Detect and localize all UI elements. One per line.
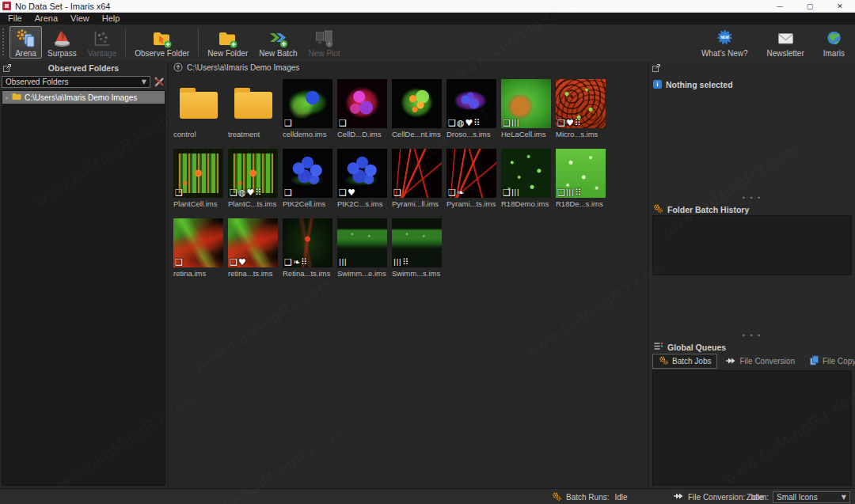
folder-tree: ▸C:\Users\a\Imaris Demo Images [2, 90, 165, 486]
badge-row: ❑◍♥⠿ [448, 119, 480, 127]
queue-list[interactable] [652, 370, 852, 486]
popout-icon[interactable] [2, 63, 12, 73]
file-tile[interactable]: ❑|||R18Demo.ims [501, 149, 551, 208]
file-tile[interactable]: |||⠿Swimm...s.ims [392, 218, 442, 278]
frames-badge-icon: ||| [566, 188, 574, 197]
file-name: retina.ims [173, 269, 223, 278]
menu-view[interactable]: View [64, 13, 96, 25]
whats-new-button[interactable]: NEWWhat's New? [696, 26, 754, 59]
file-tile[interactable]: ❑❧Pyrami...ts.ims [446, 149, 496, 208]
badge-row: ❑ [339, 119, 347, 127]
folder-icon [12, 93, 21, 102]
splitter-handle[interactable]: • • • [649, 334, 855, 339]
current-path: C:\Users\a\Imaris Demo Images [187, 63, 299, 72]
file-copy-icon [809, 355, 819, 367]
folder-tile[interactable]: treatment [228, 79, 278, 138]
newsletter-button[interactable]: Newsletter [762, 26, 810, 59]
volume-badge-icon: ❑ [339, 188, 347, 197]
grid-row: ❑PlantCell.ims❑◍♥⠿PlantC...ts.ims❑PtK2Ce… [173, 149, 648, 208]
new-plot-icon [314, 28, 335, 49]
svg-text:NEW: NEW [720, 36, 729, 40]
new-plot-button: New Plot [303, 26, 346, 59]
file-tile[interactable]: ❑Pyrami...ll.ims [392, 149, 442, 208]
file-name: HeLaCell.ims [501, 130, 551, 138]
double-arrow-icon [725, 357, 736, 366]
close-button[interactable]: ✕ [825, 0, 855, 13]
tab-batch-jobs[interactable]: Batch Jobs [652, 354, 717, 369]
queues-list-icon [653, 340, 663, 354]
new-folder-icon [217, 28, 238, 49]
volume-badge-icon: ❑ [339, 119, 347, 127]
volume-badge-icon: ❑ [557, 188, 565, 197]
splitter-handle[interactable]: • • • [649, 196, 855, 201]
file-tile[interactable]: ❑|||⠿R18De...s.ims [556, 149, 606, 208]
file-tile[interactable]: ❑|||HeLaCell.ims [501, 79, 551, 138]
observe-folder-icon [151, 28, 173, 49]
arena-button[interactable]: Arena [10, 26, 42, 59]
global-queues-header: Global Queues [653, 340, 726, 354]
folder-tile[interactable]: control [173, 79, 223, 138]
minimize-button[interactable]: — [765, 0, 795, 13]
surpass-button[interactable]: Surpass [42, 26, 82, 59]
new-batch-label: New Batch [259, 49, 297, 58]
tab-file-copy[interactable]: File Copy / [803, 354, 855, 369]
whats-new-label: What's New? [701, 49, 748, 58]
file-tile[interactable]: ❑♥PtK2C...s.ims [337, 149, 387, 208]
queue-tabs: Batch JobsFile ConversionFile Copy /◂▸ [652, 354, 853, 369]
observed-folders-dropdown[interactable]: Observed Folders ▼ [2, 76, 150, 88]
window-controls: —▢✕ [765, 0, 855, 13]
toolbar-grip[interactable] [2, 28, 7, 55]
volume-badge-icon: ❑ [230, 188, 238, 197]
volume-badge-icon: ❑ [448, 119, 456, 127]
cells-badge-icon: ◍ [457, 119, 465, 127]
popout-icon[interactable] [652, 63, 661, 73]
file-tile[interactable]: ❑celldemo.ims [283, 79, 332, 138]
maximize-button[interactable]: ▢ [795, 0, 825, 13]
file-tile[interactable]: ❑♥⠿Micro...s.ims [556, 79, 606, 138]
folder-batch-history-list[interactable] [652, 215, 852, 275]
file-name: treatment [228, 130, 278, 138]
selection-info: Nothing selected [653, 78, 733, 92]
file-tile[interactable]: ❑◍♥⠿PlantC...ts.ims [228, 149, 278, 208]
image-thumbnail: ❑◍♥⠿ [446, 79, 496, 128]
main-toolbar: ArenaSurpassVantageObserve FolderNew Fol… [0, 25, 855, 62]
volume-badge-icon: ❑ [284, 258, 292, 267]
menu-help[interactable]: Help [96, 13, 127, 25]
tab-label: File Conversion [739, 357, 794, 366]
tab-file-conversion[interactable]: File Conversion [719, 354, 800, 369]
file-tile[interactable]: ❑PtK2Cell.ims [283, 149, 332, 208]
zoom-dropdown[interactable]: Small Icons ▼ [773, 491, 850, 503]
folder-tools-button[interactable] [153, 76, 165, 88]
file-tile[interactable]: ❑❧⠿Retina...ts.ims [283, 218, 332, 278]
up-folder-icon[interactable] [173, 61, 183, 75]
file-tile[interactable]: ❑PlantCell.ims [173, 149, 223, 208]
file-name: Pyrami...ll.ims [392, 199, 442, 208]
file-name: retina...ts.ims [228, 269, 278, 278]
grid-row: ❑retina.ims❑♥retina...ts.ims❑❧⠿Retina...… [173, 218, 648, 278]
menu-file[interactable]: File [2, 13, 28, 25]
new-folder-button[interactable]: New Folder [202, 26, 253, 59]
surfaces-badge-icon: ♥ [566, 119, 574, 127]
image-thumbnail: ❑◍♥⠿ [228, 149, 278, 198]
content-panel: C:\Users\a\Imaris Demo Images controltre… [169, 62, 648, 488]
file-tile[interactable]: CellDe...nt.ims [392, 79, 442, 138]
toolbar-separator [125, 28, 126, 56]
observe-folder-button[interactable]: Observe Folder [129, 26, 195, 59]
tab-label: Batch Jobs [672, 357, 711, 366]
menu-arena[interactable]: Arena [28, 13, 64, 25]
imaris-app-icon [2, 2, 11, 10]
tree-item-folder[interactable]: ▸C:\Users\a\Imaris Demo Images [2, 91, 165, 104]
chevron-down-icon: ▼ [842, 494, 846, 501]
new-batch-button[interactable]: New Batch [253, 26, 302, 59]
badge-row: ❑◍♥⠿ [230, 188, 261, 197]
file-tile[interactable]: ❑◍♥⠿Droso...s.ims [446, 79, 496, 138]
grid-row: controltreatment❑celldemo.ims❑CellD...D.… [173, 79, 648, 138]
file-tile[interactable]: ❑♥retina...ts.ims [228, 218, 278, 278]
file-tile[interactable]: ❑CellD...D.ims [337, 79, 387, 138]
info-icon [653, 78, 662, 92]
vantage-label: Vantage [88, 49, 117, 58]
imaris-button[interactable]: Imaris [818, 26, 850, 59]
toolbar-button-group: ArenaSurpassVantageObserve FolderNew Fol… [10, 25, 346, 59]
file-tile[interactable]: |||Swimm...e.ims [337, 218, 387, 278]
file-tile[interactable]: ❑retina.ims [173, 218, 223, 278]
